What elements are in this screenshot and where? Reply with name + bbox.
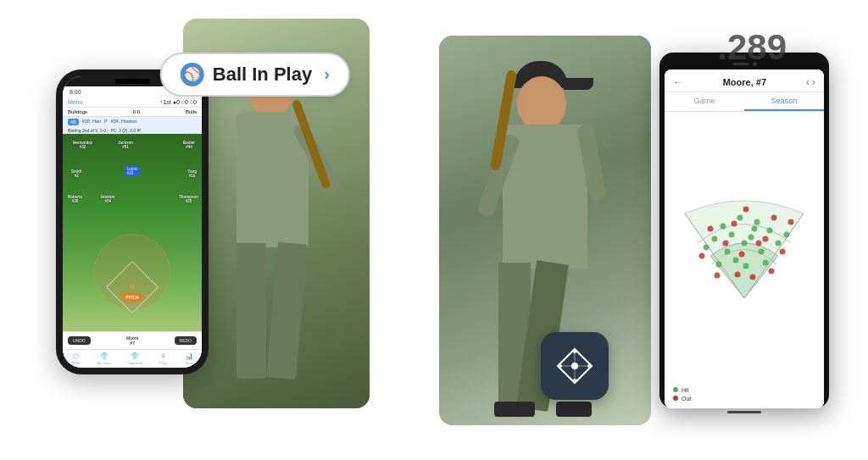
- nav-score-label: Score: [71, 361, 80, 365]
- legend-hit: Hit: [673, 387, 691, 393]
- phone-nav-bar: ⬡ Score 👕 My Team 👕 Opponent ≡ Plays: [63, 349, 202, 368]
- svg-point-35: [735, 271, 741, 277]
- batting-average-badge: .289: [717, 27, 787, 68]
- score-row: Bulldogs 0 0 Bulls: [63, 108, 202, 117]
- svg-point-32: [699, 252, 705, 258]
- player-jackson: Jackson#51: [118, 141, 133, 149]
- svg-point-15: [729, 231, 735, 237]
- svg-point-28: [708, 225, 714, 231]
- phone-mockup-left: 8:00 ●●● Menu ↑1st ●0 ○0 ○0 Bulldogs 0 0…: [56, 69, 209, 374]
- svg-point-13: [767, 227, 773, 233]
- svg-point-5: [587, 364, 591, 368]
- android-screen: ← Moore, #7 ‹ › Game Season: [665, 69, 824, 408]
- pitch-button[interactable]: PITCH: [122, 293, 143, 302]
- pc-note: PC: 2 (2), 0.0 IP: [110, 128, 141, 133]
- android-phone-mockup: ← Moore, #7 ‹ › Game Season: [659, 53, 829, 408]
- player-yang: Yang#1b: [187, 169, 197, 178]
- svg-point-14: [712, 236, 718, 241]
- score-nav-icon: ⬡: [73, 352, 79, 360]
- nav-opponent[interactable]: 👕 Opponent: [128, 352, 143, 365]
- app-icon-svg: [554, 345, 596, 387]
- svg-point-20: [742, 240, 748, 246]
- svg-point-27: [752, 225, 758, 231]
- svg-point-7: [559, 364, 562, 368]
- nav-team-label: My Team: [97, 361, 110, 365]
- svg-point-37: [769, 268, 775, 274]
- svg-point-18: [725, 248, 731, 254]
- android-player-header: ← Moore, #7 ‹ ›: [665, 69, 824, 92]
- team1-name: Bulldogs: [68, 109, 87, 114]
- app-icon[interactable]: [541, 332, 609, 400]
- handwritten-score: 6-4-3: [124, 398, 179, 425]
- team-nav-icon: 👕: [100, 352, 108, 360]
- svg-point-26: [704, 244, 709, 250]
- nav-plays[interactable]: ≡ Plays: [159, 352, 168, 365]
- svg-point-34: [756, 240, 762, 246]
- svg-point-17: [776, 240, 782, 246]
- batter-name: #28, Han: [82, 119, 101, 125]
- out-label: Out: [682, 396, 691, 402]
- player-lopez: Lopez#10: [125, 166, 140, 176]
- android-tabs: Game Season: [665, 92, 824, 112]
- ball-in-play-badge[interactable]: ⚾ Ball In Play ›: [160, 53, 350, 97]
- svg-point-19: [759, 248, 765, 254]
- nav-stats[interactable]: 📊 Stats: [185, 352, 193, 365]
- svg-point-11: [737, 214, 743, 220]
- svg-point-12: [754, 219, 760, 224]
- team2-name: Bulls: [186, 109, 197, 114]
- nav-my-team[interactable]: 👕 My Team: [97, 352, 110, 365]
- android-nav-arrows[interactable]: ‹ ›: [806, 76, 815, 88]
- phone-header: Menu ↑1st ●0 ○0 ○0: [63, 97, 202, 108]
- svg-point-41: [788, 219, 794, 224]
- player-baxter: Baxter#44: [183, 141, 195, 149]
- redo-button[interactable]: REDO: [175, 336, 197, 345]
- menu-button[interactable]: Menu: [68, 99, 83, 105]
- android-back-button[interactable]: ←: [673, 76, 683, 88]
- chart-legend: Hit Out: [673, 387, 691, 402]
- pitcher-tag: P: [104, 119, 108, 125]
- out-dot: [673, 396, 678, 401]
- svg-point-38: [732, 220, 737, 226]
- time: 8:00: [70, 89, 81, 95]
- nav-stats-label: Stats: [185, 361, 192, 365]
- baseball-field: Hernandez#32 Jackson#51 Baxter#44 Smith#…: [63, 134, 202, 331]
- hit-label: Hit: [682, 387, 689, 393]
- svg-point-39: [763, 236, 769, 241]
- phone-bottom-controls: UNDO Moore#7 REDO: [63, 331, 202, 349]
- player-hernandez: Hernandez#32: [73, 141, 92, 149]
- svg-point-40: [715, 272, 721, 278]
- current-player: Moore#7: [126, 335, 138, 346]
- player-howton: Howton#34: [101, 195, 115, 203]
- left-section: ⚾ Ball In Play ›: [39, 19, 395, 442]
- spray-chart-container: Hit Out: [665, 112, 824, 408]
- nav-score[interactable]: ⬡ Score: [71, 352, 80, 365]
- legend-out: Out: [673, 396, 691, 402]
- main-container: ⚾ Ball In Play ›: [0, 0, 868, 460]
- svg-point-42: [739, 251, 745, 257]
- svg-point-23: [743, 263, 749, 269]
- inning-display: ↑1st ●0 ○0 ○0: [160, 99, 197, 105]
- stats-nav-icon: 📊: [185, 352, 193, 360]
- nav-plays-label: Plays: [159, 361, 168, 365]
- undo-button[interactable]: UNDO: [68, 336, 91, 345]
- tab-season[interactable]: Season: [744, 92, 824, 111]
- svg-point-33: [723, 240, 729, 246]
- player-smith: Smith#2: [71, 169, 82, 178]
- opponent-nav-icon: 👕: [131, 352, 139, 360]
- svg-point-25: [784, 231, 790, 237]
- svg-point-24: [763, 259, 769, 265]
- ball-in-play-label: Ball In Play: [213, 64, 312, 86]
- plays-nav-icon: ≡: [162, 352, 166, 360]
- batting-note: Batting 2nd of 9, 0-0: [68, 128, 106, 133]
- svg-point-29: [743, 206, 749, 212]
- right-section: .289: [422, 19, 829, 442]
- tab-game[interactable]: Game: [665, 92, 744, 111]
- svg-point-6: [573, 379, 576, 382]
- player-roberts: Roberts#20: [68, 195, 82, 203]
- hit-dot: [673, 387, 678, 392]
- android-player-name: Moore, #7: [723, 77, 766, 87]
- score-divider: 0 0: [133, 109, 140, 114]
- player-thompson: Thompson#25: [179, 195, 198, 203]
- svg-point-36: [750, 274, 756, 280]
- svg-point-16: [748, 234, 754, 240]
